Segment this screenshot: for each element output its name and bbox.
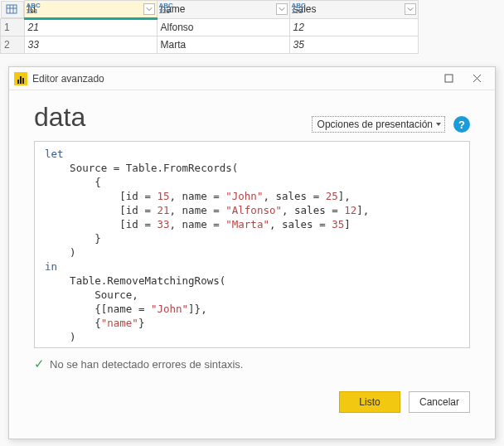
data-table: ABC 123 id ABC 123 name ABC 123 sales 1 …	[0, 0, 419, 54]
check-icon: ✓	[34, 356, 45, 371]
advanced-editor-dialog: Editor avanzado data Opciones de present…	[8, 66, 496, 439]
cell-name[interactable]: Alfonso	[157, 18, 289, 36]
table-corner-icon[interactable]	[1, 1, 24, 18]
cell-sales[interactable]: 12	[289, 18, 418, 36]
cancel-button[interactable]: Cancelar	[409, 391, 470, 413]
dialog-window-title: Editor avanzado	[32, 73, 104, 85]
maximize-icon[interactable]	[442, 72, 455, 85]
code-editor[interactable]: let Source = Table.FromRecords( { [id = …	[34, 141, 470, 348]
column-filter-dropdown[interactable]	[405, 3, 416, 15]
dialog-titlebar[interactable]: Editor avanzado	[9, 67, 495, 90]
status-text: No se han detectado errores de sintaxis.	[50, 358, 243, 371]
type-icon: ABC 123	[292, 2, 307, 14]
table-row[interactable]: 2 33 Marta 35	[1, 36, 419, 53]
svg-rect-0	[7, 5, 17, 13]
type-icon: ABC 123	[159, 2, 174, 14]
row-number: 1	[1, 18, 25, 36]
column-filter-dropdown[interactable]	[143, 3, 155, 15]
column-filter-dropdown[interactable]	[276, 3, 288, 15]
table-row[interactable]: 1 21 Alfonso 12	[1, 18, 419, 36]
column-header-name[interactable]: ABC 123 name	[157, 1, 289, 19]
syntax-status: ✓ No se han detectado errores de sintaxi…	[34, 356, 470, 371]
cell-id[interactable]: 33	[24, 36, 157, 53]
cell-sales[interactable]: 35	[289, 36, 418, 53]
column-header-id[interactable]: ABC 123 id	[24, 1, 157, 19]
column-header-sales[interactable]: ABC 123 sales	[289, 1, 418, 19]
display-options-dropdown[interactable]: Opciones de presentación	[312, 116, 445, 133]
type-icon: ABC 123	[27, 2, 41, 14]
cell-id[interactable]: 21	[24, 18, 157, 36]
row-number: 2	[1, 36, 25, 53]
query-title: data	[34, 102, 312, 133]
help-icon[interactable]: ?	[453, 116, 470, 133]
cell-name[interactable]: Marta	[157, 36, 289, 53]
close-icon[interactable]	[470, 72, 483, 85]
svg-rect-4	[445, 75, 453, 82]
done-button[interactable]: Listo	[339, 391, 400, 413]
app-logo-icon	[14, 72, 27, 85]
